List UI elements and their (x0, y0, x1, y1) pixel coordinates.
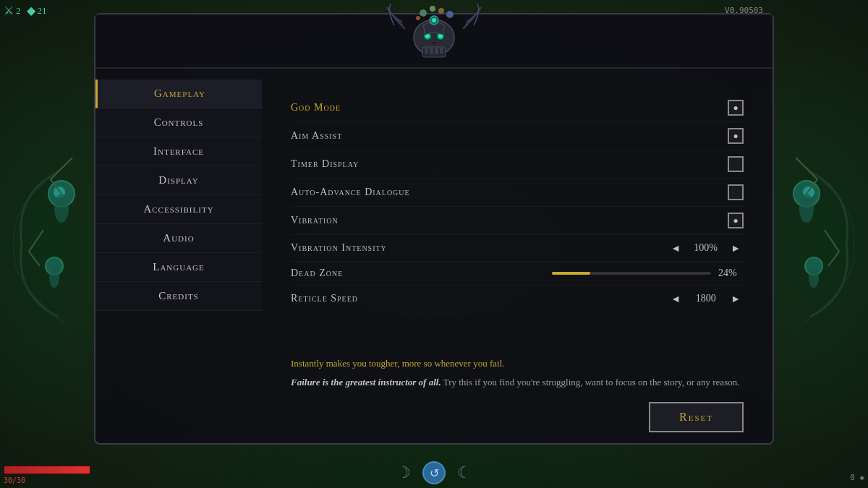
sidebar-item-accessibility[interactable]: Accessibility (95, 195, 262, 224)
health-text: 30/30 (4, 476, 90, 484)
checkbox-aim-assist[interactable] (728, 128, 744, 144)
value-reticle-speed: 1800 (689, 293, 722, 304)
setting-label-vibration-intensity: Vibration Intensity (291, 242, 668, 254)
description-secondary: Failure is the greatest instructor of al… (291, 375, 744, 390)
arrow-control-vibration-intensity: ◄ 100% ► (668, 241, 744, 255)
arrow-control-reticle-speed: ◄ 1800 ► (668, 291, 744, 306)
hud-top-left: ⚔ 2 ◆ 21 (4, 4, 47, 17)
setting-label-reticle-speed: Reticle Speed (291, 293, 668, 304)
checkbox-vibration[interactable] (728, 213, 744, 228)
hud-item-1: ⚔ 2 (4, 4, 21, 17)
settings-list: God Mode Aim Assist Timer Display (291, 94, 744, 312)
right-decoration (774, 136, 868, 353)
health-fill (4, 466, 90, 474)
svg-point-28 (432, 18, 436, 22)
svg-rect-24 (430, 48, 433, 54)
arrow-left-vibration-intensity[interactable]: ◄ (668, 241, 684, 255)
svg-rect-25 (435, 48, 438, 54)
setting-label-timer-display: Timer Display (291, 158, 728, 170)
description-rest: Try this if you find you're struggling, … (441, 377, 740, 388)
arrow-right-reticle-speed[interactable]: ► (728, 291, 744, 306)
setting-label-aim-assist: Aim Assist (291, 130, 728, 142)
hud-item-2: ◆ 21 (27, 4, 47, 17)
value-dead-zone: 24% (718, 267, 744, 279)
description-primary: Instantly makes you tougher, more so whe… (291, 358, 744, 369)
gem-icon: ◆ (27, 4, 35, 17)
setting-vibration-intensity: Vibration Intensity ◄ 100% ► (291, 235, 744, 262)
setting-control-reticle-speed: ◄ 1800 ► (668, 291, 744, 306)
svg-point-13 (446, 11, 454, 18)
sidebar-item-credits[interactable]: Credits (95, 282, 262, 311)
arrow-right-vibration-intensity[interactable]: ► (728, 241, 744, 255)
setting-label-auto-advance: Auto-Advance Dialogue (291, 187, 728, 198)
setting-label-god-mode: God Mode (291, 102, 728, 114)
checkbox-auto-advance[interactable] (728, 184, 744, 200)
setting-label-vibration: Vibration (291, 215, 728, 226)
setting-aim-assist: Aim Assist (291, 122, 744, 150)
setting-control-auto-advance (728, 184, 744, 200)
svg-point-10 (420, 9, 427, 17)
hud-bottom-left: 30/30 (4, 466, 90, 484)
top-skull-ornament (383, 0, 485, 61)
svg-rect-23 (425, 48, 428, 53)
currency-icon: ◈ (859, 473, 864, 482)
settings-panel: Gameplay Controls Interface Display Acce… (94, 13, 774, 445)
svg-point-14 (416, 16, 420, 20)
sword-icon: ⚔ (4, 4, 14, 17)
nav-crescent-left: ☽ (392, 461, 415, 484)
setting-timer-display: Timer Display (291, 150, 744, 179)
svg-point-2 (54, 194, 69, 223)
health-current: 30 (4, 476, 12, 484)
checkbox-god-mode[interactable] (728, 100, 744, 116)
value-vibration-intensity: 100% (689, 242, 722, 254)
svg-point-11 (430, 6, 435, 12)
setting-control-dead-zone: 24% (552, 267, 744, 279)
setting-god-mode: God Mode (291, 94, 744, 122)
setting-reticle-speed: Reticle Speed ◄ 1800 ► (291, 286, 744, 312)
description-bold: Failure is the greatest instructor of al… (291, 377, 441, 388)
hud-value-1: 2 (16, 5, 21, 17)
health-bar (4, 466, 90, 474)
back-button[interactable]: ↺ (422, 461, 446, 484)
hud-bottom-right: 0 ◈ (850, 473, 864, 482)
bottom-navigation: ☽ ↺ ☾ (392, 461, 476, 484)
setting-auto-advance: Auto-Advance Dialogue (291, 179, 744, 207)
setting-control-vibration-intensity: ◄ 100% ► (668, 241, 744, 255)
sidebar-item-audio[interactable]: Audio (95, 224, 262, 253)
slider-track-dead-zone[interactable] (552, 272, 711, 275)
health-max: 30 (17, 476, 25, 484)
svg-rect-26 (440, 48, 443, 53)
setting-control-god-mode (728, 100, 744, 116)
arrow-left-reticle-speed[interactable]: ◄ (668, 291, 684, 306)
setting-control-aim-assist (728, 128, 744, 144)
setting-control-timer-display (728, 156, 744, 172)
sidebar-item-controls[interactable]: Controls (95, 108, 262, 137)
slider-fill-dead-zone (552, 272, 590, 275)
description-area: Instantly makes you tougher, more so whe… (262, 347, 773, 401)
reset-button[interactable]: Reset (649, 402, 744, 432)
svg-point-12 (438, 8, 444, 14)
left-decoration (0, 136, 94, 353)
sidebar-nav: Gameplay Controls Interface Display Acce… (95, 80, 262, 311)
svg-point-4 (49, 267, 59, 288)
setting-vibration: Vibration (291, 207, 744, 235)
currency-value: 0 (850, 473, 855, 482)
nav-crescent-right: ☾ (453, 461, 476, 484)
slider-container-dead-zone: 24% (552, 267, 744, 279)
checkbox-timer-display[interactable] (728, 156, 744, 172)
hud-value-2: 21 (38, 5, 47, 17)
sidebar-item-interface[interactable]: Interface (95, 137, 262, 166)
sidebar-item-display[interactable]: Display (95, 166, 262, 195)
setting-label-dead-zone: Dead Zone (291, 267, 552, 279)
back-icon: ↺ (430, 466, 439, 480)
version-text: V0.90503 (725, 6, 763, 15)
setting-control-vibration (728, 213, 744, 228)
setting-dead-zone: Dead Zone 24% (291, 262, 744, 286)
sidebar-item-language[interactable]: Language (95, 253, 262, 282)
sidebar-item-gameplay[interactable]: Gameplay (95, 80, 262, 108)
